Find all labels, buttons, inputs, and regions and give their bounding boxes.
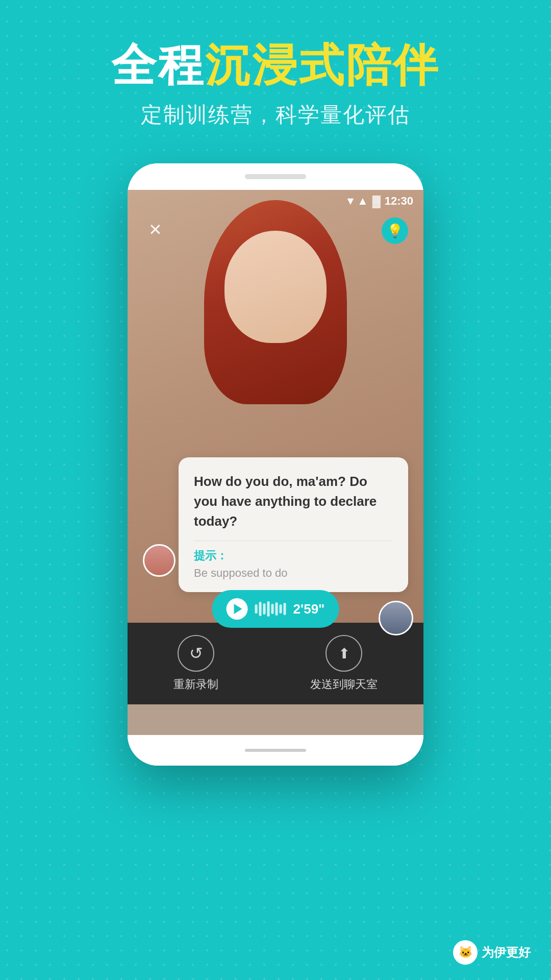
audio-player[interactable]: 2'59": [212, 590, 339, 628]
phone-mockup: ▾ ▲ ▓ 12:30 ✕ 💡 How do you do, ma'am? D: [128, 163, 423, 766]
rerecord-label: 重新录制: [173, 677, 218, 692]
main-title-prefix: 全程: [111, 40, 205, 90]
status-icons: ▾ ▲ ▓ 12:30: [347, 194, 413, 208]
send-label: 发送到聊天室: [310, 677, 378, 692]
phone-screen: ▾ ▲ ▓ 12:30 ✕ 💡 How do you do, ma'am? D: [128, 190, 423, 735]
battery-icon: ▓: [372, 194, 381, 208]
home-bar: [245, 749, 306, 752]
play-button[interactable]: [227, 598, 248, 620]
logo-icon: 🐱: [453, 940, 478, 965]
phone-top-bar: [128, 163, 423, 190]
play-icon: [234, 604, 242, 614]
close-button[interactable]: ✕: [143, 217, 167, 242]
send-control[interactable]: ⬆ 发送到聊天室: [310, 635, 378, 692]
wave-bar: [284, 603, 286, 615]
close-icon: ✕: [148, 222, 162, 238]
wave-bar: [259, 602, 262, 616]
header-area: 全程沉浸式陪伴 定制训练营，科学量化评估: [0, 41, 551, 129]
wave-bar: [276, 602, 278, 616]
wave-bar: [255, 604, 258, 614]
hint-label: 提示：: [194, 548, 393, 564]
rerecord-icon: ↺: [189, 644, 203, 663]
status-time: 12:30: [385, 194, 413, 208]
wave-bar: [263, 603, 266, 615]
user-avatar-inner: [380, 602, 412, 634]
phone-home-area: [128, 735, 423, 766]
chat-bubble: How do you do, ma'am? Do you have anythi…: [179, 457, 408, 592]
rerecord-icon-circle: ↺: [178, 635, 214, 672]
main-title: 全程沉浸式陪伴: [0, 41, 551, 90]
phone-speaker: [245, 174, 306, 179]
hint-text: Be supposed to do: [194, 567, 393, 580]
bubble-message: How do you do, ma'am? Do you have anythi…: [194, 472, 393, 531]
wave-bar: [267, 601, 270, 617]
user-avatar: [379, 601, 413, 635]
speaker-avatar: [143, 544, 176, 577]
bottom-control-bar: ↺ 重新录制 ⬆ 发送到聊天室: [128, 623, 423, 704]
wave-bar: [280, 604, 282, 614]
send-icon-circle: ⬆: [325, 635, 362, 672]
phone-shell: ▾ ▲ ▓ 12:30 ✕ 💡 How do you do, ma'am? D: [128, 163, 423, 766]
avatar-face: [144, 546, 174, 575]
hint-button[interactable]: 💡: [382, 217, 408, 244]
wave-bar: [271, 604, 274, 614]
woman-face: [224, 231, 327, 343]
waveform: [255, 601, 286, 617]
rerecord-control[interactable]: ↺ 重新录制: [173, 635, 218, 692]
main-title-highlight: 沉浸式陪伴: [205, 40, 440, 90]
send-icon: ⬆: [338, 645, 350, 662]
status-bar: ▾ ▲ ▓ 12:30: [128, 190, 423, 212]
wifi-icon: ▾: [347, 194, 353, 208]
bubble-divider: [194, 541, 393, 541]
lightbulb-icon: 💡: [387, 223, 403, 239]
audio-time: 2'59": [293, 601, 325, 617]
sub-title: 定制训练营，科学量化评估: [0, 101, 551, 129]
logo-text: 为伊更好: [482, 944, 531, 961]
signal-icon: ▲: [357, 194, 368, 208]
bottom-logo: 🐱 为伊更好: [453, 940, 531, 965]
